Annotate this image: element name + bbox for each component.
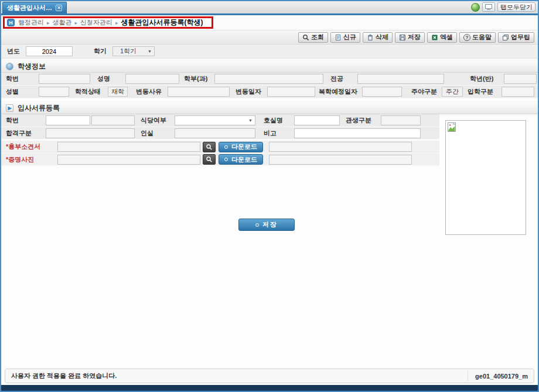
photo-download-label: 다운로드: [231, 155, 257, 164]
new-document-icon: [335, 34, 342, 41]
dorm-student-no-label: 학번: [6, 116, 41, 125]
worktip-button-label: 업무팁: [511, 33, 530, 42]
worktip-button[interactable]: 업무팁: [498, 32, 534, 43]
chest-report-extra-field[interactable]: [269, 142, 412, 152]
chest-report-row: *흉부소견서 다운로드: [1, 141, 439, 154]
excel-button[interactable]: 엑셀: [427, 32, 457, 43]
filter-row: 년도 학기 1학기 ▼: [1, 45, 538, 59]
breadcrumb-current-page: 생활관입사서류등록(학생): [121, 18, 203, 28]
major-label: 전공: [330, 74, 354, 83]
chest-report-file-field[interactable]: [57, 142, 200, 152]
gender-label: 성별: [6, 87, 33, 96]
photo-row: *증명사진 다운로드: [1, 154, 439, 166]
screen-id-code: ge01_4050179_m: [468, 371, 528, 381]
pass-type-field[interactable]: [46, 128, 135, 138]
excel-button-label: 엑셀: [440, 33, 453, 42]
tab-title: 생활관입사서…: [7, 4, 52, 12]
monitor-icon: [485, 4, 492, 10]
semester-selected-value: 1학기: [120, 47, 137, 56]
chest-report-label: *흉부소견서: [6, 142, 55, 151]
room-name-field[interactable]: [294, 115, 340, 125]
return-date-field[interactable]: [362, 87, 402, 97]
photo-preview-box: [445, 120, 526, 235]
grade-field[interactable]: [504, 74, 537, 84]
tab-close-icon[interactable]: ✕: [56, 5, 62, 11]
photo-download-button[interactable]: 다운로드: [219, 154, 263, 165]
room-name-label: 호실명: [264, 116, 289, 125]
close-all-tabs-button[interactable]: 탭모두닫기: [497, 2, 535, 12]
note-label: 비고: [264, 129, 289, 138]
academic-status-value: 재학: [108, 87, 128, 97]
dorm-student-no-field[interactable]: [46, 115, 90, 125]
student-no-field[interactable]: [39, 74, 90, 84]
dorm-student-name-field[interactable]: [91, 115, 135, 125]
status-bar: 사용자 권한 적용을 완료 하였습니다. ge01_4050179_m: [5, 369, 534, 383]
resident-type-field[interactable]: [381, 115, 421, 125]
app-window: 생활관입사서… ✕ 탭모두닫기 H 행정관리 ▸ 생활관 ▸ 신청자관리: [0, 0, 539, 392]
resident-type-label: 관생구분: [346, 116, 377, 125]
admission-type-field[interactable]: [502, 87, 534, 97]
photo-file-field[interactable]: [57, 155, 200, 165]
chevron-right-icon: ▸: [47, 20, 50, 26]
new-button-label: 신규: [343, 33, 356, 42]
breadcrumb-item-dorm[interactable]: 생활관: [53, 18, 72, 27]
department-field[interactable]: [214, 74, 323, 84]
academic-status-label: 학적상태: [75, 87, 105, 96]
search-button[interactable]: 조회: [298, 32, 328, 43]
main-content: 학생정보 학번 성명 학부(과) 전공 학년(반) 성별 학적상태 재학 변동사…: [1, 59, 538, 369]
screen-icon-button[interactable]: [482, 2, 495, 12]
save-button[interactable]: 저장: [238, 219, 295, 231]
semester-select[interactable]: 1학기 ▼: [112, 46, 155, 56]
photo-label: *증명사진: [6, 155, 55, 164]
occupancy-field[interactable]: [175, 128, 255, 138]
name-field[interactable]: [125, 74, 179, 84]
student-info-title: 학생정보: [18, 62, 46, 71]
major-field[interactable]: [357, 74, 444, 84]
breadcrumb-item-applicants[interactable]: 신청자관리: [80, 18, 112, 27]
close-all-tabs-label: 탭모두닫기: [500, 3, 533, 12]
search-icon: [206, 156, 213, 163]
bullet-icon: [224, 145, 228, 149]
chest-report-download-label: 다운로드: [231, 142, 257, 151]
breadcrumb: H 행정관리 ▸ 생활관 ▸ 신청자관리 ▸ 생활관입사서류등록(학생): [3, 16, 213, 29]
photo-browse-button[interactable]: [203, 154, 216, 165]
day-night-label: 주야구분: [411, 87, 439, 96]
grade-label: 학년(반): [470, 74, 502, 83]
change-reason-field[interactable]: [168, 87, 230, 97]
footer-strip: [1, 385, 538, 391]
chest-report-browse-button[interactable]: [203, 142, 216, 152]
help-button[interactable]: ? 도움말: [459, 32, 496, 43]
photo-extra-field[interactable]: [269, 155, 412, 165]
cafeteria-select[interactable]: ▼: [175, 115, 255, 125]
chest-report-download-button[interactable]: 다운로드: [219, 142, 263, 152]
delete-button-label: 삭제: [376, 33, 388, 42]
change-date-label: 변동일자: [236, 87, 265, 96]
save-button-label: 저장: [262, 220, 278, 229]
note-field[interactable]: [294, 128, 421, 138]
occupancy-label: 인실: [141, 129, 171, 138]
search-button-label: 조회: [311, 33, 324, 42]
student-info-section-header: 학생정보: [1, 60, 538, 73]
save-toolbar-button[interactable]: 저장: [395, 32, 425, 43]
pass-type-label: 합격구분: [6, 129, 41, 138]
help-button-label: 도움말: [472, 33, 492, 42]
student-info-row-1: 학번 성명 학부(과) 전공 학년(반): [1, 73, 538, 86]
name-label: 성명: [97, 74, 123, 83]
status-orb-icon: [471, 3, 480, 12]
breadcrumb-item-admin[interactable]: 행정관리: [18, 18, 44, 27]
home-icon: H: [7, 19, 15, 26]
chevron-right-icon: ▸: [75, 20, 78, 26]
bullet-icon: [224, 158, 228, 161]
student-info-row-2: 성별 학적상태 재학 변동사유 변동일자 복학예정일자 주야구분 주간 입학구분: [1, 86, 538, 98]
excel-icon: [431, 34, 438, 41]
new-button[interactable]: 신규: [330, 32, 360, 43]
change-reason-label: 변동사유: [136, 87, 165, 96]
delete-button[interactable]: 삭제: [363, 32, 393, 43]
section-arrow-icon: ▶: [6, 104, 13, 112]
year-input[interactable]: [26, 46, 73, 56]
return-date-label: 복학예정일자: [319, 87, 360, 96]
gender-field[interactable]: [39, 87, 69, 97]
tab-bar: 생활관입사서… ✕ 탭모두닫기: [1, 1, 538, 13]
change-date-field[interactable]: [267, 87, 315, 97]
tab-dorm-docs[interactable]: 생활관입사서… ✕: [2, 2, 67, 13]
